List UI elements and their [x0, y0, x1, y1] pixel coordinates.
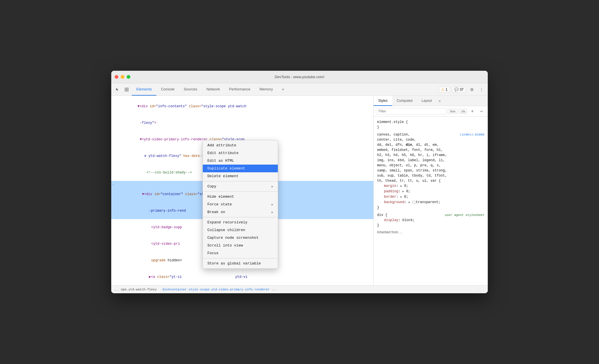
tab-layout[interactable]: Layout	[417, 96, 436, 106]
window-title: DevTools - www.youtube.com/	[275, 75, 324, 79]
breadcrumb-end	[270, 288, 272, 291]
info-icon: 💬	[454, 88, 459, 92]
info-count: 37	[460, 88, 464, 92]
hov-button[interactable]: :hov	[448, 109, 458, 114]
svg-rect-0	[125, 88, 126, 89]
dom-line: ▶<a class="yt-si ytd-vi	[111, 269, 373, 285]
titlebar: DevTools - www.youtube.com/	[111, 71, 488, 83]
styles-tab-list: Styles Computed Layout »	[374, 96, 488, 106]
context-menu-delete-element[interactable]: Delete element	[203, 172, 278, 180]
tab-console[interactable]: Console	[156, 83, 179, 96]
submenu-arrow-icon: ▶	[272, 185, 273, 188]
tab-elements[interactable]: Elements	[132, 83, 156, 96]
status-ellipsis: ...	[114, 288, 119, 291]
context-menu-force-state[interactable]: Force state ▶	[203, 201, 278, 208]
context-menu-expand-recursively[interactable]: Expand recursively	[203, 219, 278, 226]
styles-content[interactable]: element.style { } canvas, caption, (inde…	[374, 117, 488, 285]
separator	[203, 217, 278, 217]
dom-line: -flexy">	[111, 115, 373, 131]
context-menu-focus[interactable]: Focus	[203, 249, 278, 257]
status-bar: ... ope.ytd-watch-flexy div#container.st…	[111, 285, 488, 293]
add-style-button[interactable]: +	[468, 107, 476, 115]
tab-sources[interactable]: Sources	[179, 83, 202, 96]
filter-input[interactable]	[376, 108, 446, 114]
submenu-arrow-icon: ▶	[272, 211, 273, 214]
style-rule-div: div { user agent stylesheet display: blo…	[374, 211, 488, 229]
breadcrumb-separator	[157, 288, 162, 291]
context-menu-edit-attribute[interactable]: Edit attribute	[203, 149, 278, 157]
context-menu-store-global[interactable]: Store as global variable	[203, 260, 278, 267]
maximize-button[interactable]	[127, 75, 130, 79]
dom-panel[interactable]: ▼<div id="info-contents" class="style-sc…	[111, 96, 374, 285]
separator	[203, 191, 278, 192]
tab-list: Elements Console Sources Network Perform…	[132, 83, 438, 96]
tab-performance[interactable]: Performance	[224, 83, 255, 96]
styles-panel: Styles Computed Layout » :hov .cls + ↩	[374, 96, 488, 285]
context-menu-hide-element[interactable]: Hide element	[203, 193, 278, 201]
style-rule-canvas: canvas, caption, (index):61008 center, c…	[374, 131, 488, 211]
style-rule-element: element.style { }	[374, 118, 488, 131]
tab-styles[interactable]: Styles	[374, 96, 392, 106]
context-menu-copy[interactable]: Copy ▶	[203, 183, 278, 190]
cursor-tool-button[interactable]	[114, 86, 122, 94]
settings-button[interactable]: ⚙	[468, 86, 476, 94]
devtools-window: DevTools - www.youtube.com/ Elements Con…	[111, 71, 488, 293]
context-menu-break-on[interactable]: Break on ▶	[203, 208, 278, 216]
main-content: ▼<div id="info-contents" class="style-sc…	[111, 96, 488, 285]
svg-rect-2	[125, 90, 126, 91]
context-menu-collapse-children[interactable]: Collapse children	[203, 226, 278, 234]
svg-rect-3	[127, 90, 128, 91]
separator	[203, 181, 278, 181]
more-options-button[interactable]: ⋮	[477, 86, 485, 94]
status-end-ellipsis: ...	[272, 288, 277, 291]
context-menu-capture-screenshot[interactable]: Capture node screenshot	[203, 234, 278, 242]
traffic-lights	[115, 75, 130, 79]
breadcrumb-start[interactable]: ope.ytd-watch-flexy	[121, 288, 157, 291]
context-menu-duplicate-element[interactable]: Duplicate element	[203, 165, 278, 172]
tab-network[interactable]: Network	[202, 83, 225, 96]
submenu-arrow-icon: ▶	[272, 203, 273, 206]
color-swatch	[412, 201, 415, 204]
svg-rect-1	[127, 88, 128, 89]
minimize-button[interactable]	[121, 75, 124, 79]
context-menu-add-attribute[interactable]: Add attribute	[203, 141, 278, 149]
warning-count: 1	[446, 88, 448, 92]
inspect-element-button[interactable]	[123, 86, 131, 94]
warning-icon: ⚠	[441, 88, 444, 92]
tab-computed[interactable]: Computed	[392, 96, 417, 106]
tab-more[interactable]: »	[278, 83, 289, 96]
tab-memory[interactable]: Memory	[255, 83, 278, 96]
separator	[203, 258, 278, 258]
context-menu: Add attribute Edit attribute Edit as HTM…	[203, 140, 278, 269]
close-button[interactable]	[115, 75, 118, 79]
dom-line: ▼<div id="info-contents" class="style-sc…	[111, 98, 373, 115]
warnings-button[interactable]: ⚠ 1	[439, 86, 450, 93]
tab-more-styles[interactable]: »	[436, 96, 443, 106]
cls-button[interactable]: .cls	[459, 109, 468, 114]
context-menu-scroll-into-view[interactable]: Scroll into view	[203, 242, 278, 249]
breadcrumb-path[interactable]: div#container.style-scope.ytd-video-prim…	[162, 288, 270, 291]
styles-toolbar: :hov .cls + ↩	[374, 106, 488, 117]
context-menu-edit-html[interactable]: Edit as HTML	[203, 157, 278, 165]
toolbar-right: ⚠ 1 💬 37 ⚙ ⋮	[439, 86, 485, 94]
inherited-label: Inherited from ...	[374, 229, 488, 235]
toolbar: Elements Console Sources Network Perform…	[111, 83, 488, 96]
errors-button[interactable]: 💬 37	[452, 86, 466, 93]
style-panel-more[interactable]: ↩	[477, 107, 485, 115]
